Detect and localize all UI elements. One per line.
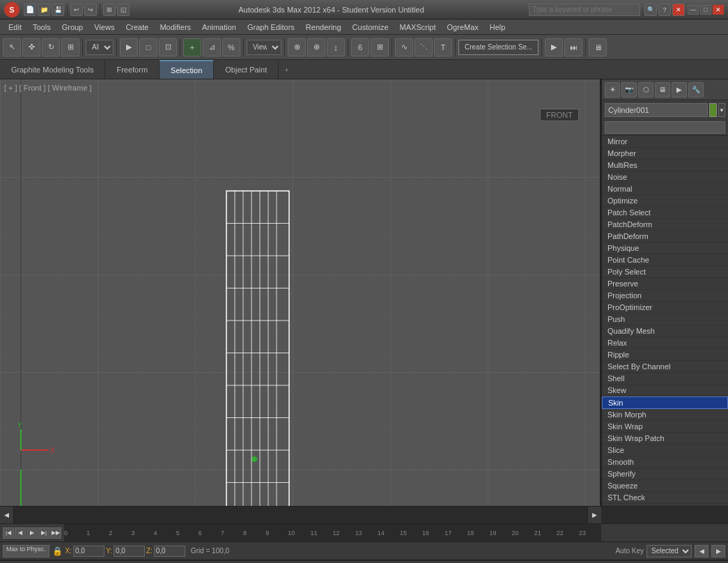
modifier-item-mirror[interactable]: Mirror xyxy=(602,136,728,148)
schematic[interactable]: ⋱ xyxy=(415,38,433,56)
tb-new[interactable]: 📄 xyxy=(24,3,36,16)
y-input[interactable] xyxy=(114,546,145,557)
tb-redo[interactable]: ↪ xyxy=(84,3,97,16)
panel-icon-obj[interactable]: ⬡ xyxy=(638,82,653,98)
menu-group[interactable]: Group xyxy=(56,22,89,33)
modifier-item-skew[interactable]: Skew xyxy=(602,385,728,396)
modifier-item-select-by-channel[interactable]: Select By Channel xyxy=(602,361,728,373)
x-input[interactable] xyxy=(73,546,104,557)
modifier-item-multires[interactable]: MultiRes xyxy=(602,160,728,171)
ribbon-tab-freeform[interactable]: Freeform xyxy=(105,60,160,79)
modifier-item-stretch[interactable]: Stretch xyxy=(602,504,728,506)
panel-icon-cam[interactable]: 📷 xyxy=(621,82,637,98)
panel-icon-sun[interactable]: ☀ xyxy=(605,82,620,98)
modifier-item-slice[interactable]: Slice xyxy=(602,445,728,456)
menu-modifiers[interactable]: Modifiers xyxy=(154,22,196,33)
mirror-tool[interactable]: ⊕ xyxy=(307,38,325,56)
menu-help[interactable]: Help xyxy=(484,22,511,33)
time-end[interactable]: ▶▶ xyxy=(50,527,61,539)
angle-snap[interactable]: ⊿ xyxy=(203,38,221,56)
obj-name-input[interactable] xyxy=(605,103,708,117)
modifier-item-ripple[interactable]: Ripple xyxy=(602,349,728,361)
render-scene[interactable]: 🖥 xyxy=(589,38,607,56)
menu-views[interactable]: Views xyxy=(88,22,120,33)
viewport[interactable]: X xyxy=(0,79,601,506)
time-start[interactable]: |◀ xyxy=(3,527,14,539)
modifier-search[interactable] xyxy=(605,121,725,134)
panel-icon-disp[interactable]: 🖥 xyxy=(655,82,670,98)
obj-color-swatch[interactable] xyxy=(709,103,717,117)
menu-customize[interactable]: Customize xyxy=(347,22,394,33)
ribbon-tab-selection[interactable]: Selection xyxy=(160,60,214,79)
title-search-input[interactable] xyxy=(529,3,640,16)
modifier-item-skin-wrap-patch[interactable]: Skin Wrap Patch xyxy=(602,433,728,445)
timeline-scale[interactable]: 0123456789101112131415161718192021222324 xyxy=(64,524,601,541)
tb-open[interactable]: 📁 xyxy=(38,3,50,16)
menu-ogremax[interactable]: OgreMax xyxy=(442,22,484,33)
modifier-item-stl-check[interactable]: STL Check xyxy=(602,492,728,504)
search-icon[interactable]: 🔍 xyxy=(644,3,657,16)
modifier-item-prooptimizer[interactable]: ProOptimizer xyxy=(602,302,728,314)
move-tool[interactable]: ✜ xyxy=(22,38,40,56)
help-icon[interactable]: ? xyxy=(658,3,671,16)
lock-icon[interactable]: 🔒 xyxy=(52,546,63,556)
modifier-item-patchdeform[interactable]: PatchDeform xyxy=(602,219,728,231)
win-minimize[interactable]: — xyxy=(688,5,699,15)
select-region[interactable]: □ xyxy=(139,38,157,56)
modifier-item-projection[interactable]: Projection xyxy=(602,290,728,302)
modifier-item-quadify-mesh[interactable]: Quadify Mesh xyxy=(602,325,728,337)
modifier-item-morpher[interactable]: Morpher xyxy=(602,148,728,160)
time-prev[interactable]: ◀ xyxy=(15,527,26,539)
curve-editor[interactable]: ∿ xyxy=(395,38,413,56)
modifier-item-pathdeform[interactable]: PathDeform xyxy=(602,231,728,242)
modifier-item-point-cache[interactable]: Point Cache xyxy=(602,254,728,266)
filter-dropdown[interactable]: All xyxy=(86,40,114,55)
modifier-item-optimize[interactable]: Optimize xyxy=(602,195,728,207)
ribbon-tab-graphite[interactable]: Graphite Modeling Tools xyxy=(0,60,105,79)
modifier-item-squeeze[interactable]: Squeeze xyxy=(602,480,728,492)
autokey-select[interactable]: Selected xyxy=(646,545,692,557)
ribbon-tab-object-paint[interactable]: Object Paint xyxy=(214,60,279,79)
select-tool[interactable]: ↖ xyxy=(3,38,21,56)
create-selection-btn[interactable]: Create Selection Se... xyxy=(458,40,539,55)
modifier-item-shell[interactable]: Shell xyxy=(602,373,728,385)
trackbar-area[interactable] xyxy=(14,507,587,523)
z-input[interactable] xyxy=(154,546,185,557)
modifier-item-patch-select[interactable]: Patch Select xyxy=(602,207,728,219)
tb-save[interactable]: 💾 xyxy=(52,3,64,16)
trackbar-right-btn[interactable]: ▶ xyxy=(587,507,601,523)
panel-icon-util[interactable]: 🔧 xyxy=(688,82,704,98)
time-next[interactable]: ▶| xyxy=(38,527,49,539)
modifier-item-skin-morph[interactable]: Skin Morph xyxy=(602,409,728,421)
obj-color-arrow[interactable]: ▼ xyxy=(718,103,725,117)
use-pivot[interactable]: ⊗ xyxy=(288,38,306,56)
scale-tool[interactable]: ⊞ xyxy=(61,38,79,56)
modifier-item-spherify[interactable]: Spherify xyxy=(602,468,728,480)
modifier-item-poly-select[interactable]: Poly Select xyxy=(602,266,728,278)
tb-btn4[interactable]: ◱ xyxy=(117,3,130,16)
win-maximize[interactable]: □ xyxy=(700,5,711,15)
next-frame[interactable]: ⏭ xyxy=(564,38,582,56)
time-play[interactable]: ▶ xyxy=(26,527,38,539)
menu-rendering[interactable]: Rendering xyxy=(300,22,347,33)
manage-layers[interactable]: 6 xyxy=(351,38,369,56)
next-key-btn[interactable]: ▶ xyxy=(711,545,725,557)
percent-snap[interactable]: % xyxy=(222,38,240,56)
text-tool[interactable]: T xyxy=(434,38,452,56)
modifier-item-normal[interactable]: Normal xyxy=(602,183,728,195)
play-btn[interactable]: ▶ xyxy=(545,38,563,56)
modifier-list[interactable]: MirrorMorpherMultiResNoiseNormalOptimize… xyxy=(602,136,728,506)
modifier-item-smooth[interactable]: Smooth xyxy=(602,456,728,468)
close-icon[interactable]: ✕ xyxy=(672,3,685,16)
rotate-tool[interactable]: ↻ xyxy=(42,38,60,56)
modifier-item-noise[interactable]: Noise xyxy=(602,171,728,183)
select-obj[interactable]: ▶ xyxy=(120,38,138,56)
tb-undo[interactable]: ↩ xyxy=(70,3,83,16)
prev-key-btn[interactable]: ◀ xyxy=(695,545,708,557)
snap-toggle[interactable]: + xyxy=(183,38,201,56)
window-crossing[interactable]: ⊡ xyxy=(159,38,177,56)
tb-btn3[interactable]: ⊞ xyxy=(103,3,116,16)
ribbon-plus[interactable]: + xyxy=(279,60,294,79)
modifier-item-push[interactable]: Push xyxy=(602,314,728,325)
menu-animation[interactable]: Animation xyxy=(196,22,242,33)
